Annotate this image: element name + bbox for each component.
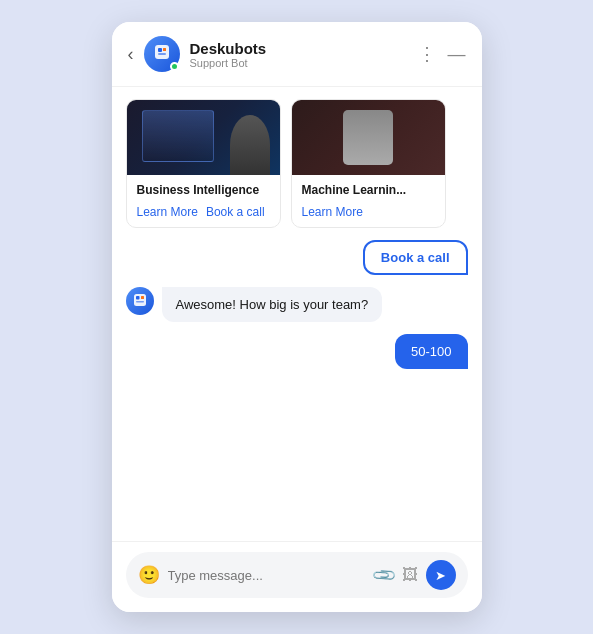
user-message-book-call: Book a call [126, 240, 468, 275]
bot-avatar [144, 36, 180, 72]
card-bi: Business Intelligence Learn More Book a … [126, 99, 281, 228]
card-bi-title: Business Intelligence [137, 183, 270, 197]
svg-rect-4 [134, 294, 146, 306]
minimize-button[interactable]: — [448, 44, 466, 65]
svg-rect-7 [136, 301, 144, 303]
bot-subtitle: Support Bot [190, 57, 418, 69]
card-bi-book-call[interactable]: Book a call [206, 205, 265, 219]
messages-area: Business Intelligence Learn More Book a … [112, 87, 482, 541]
send-icon: ➤ [435, 568, 446, 583]
card-ml: Machine Learnin... Learn More [291, 99, 446, 228]
bot-bubble-team-size: Awesome! How big is your team? [162, 287, 383, 322]
input-area: 🙂 📎 🖼 ➤ [112, 541, 482, 612]
card-ml-image [292, 100, 445, 175]
bot-message-avatar [126, 287, 154, 315]
product-cards: Business Intelligence Learn More Book a … [126, 99, 468, 228]
user-message-team-count: 50-100 [126, 334, 468, 369]
card-bi-learn-more[interactable]: Learn More [137, 205, 198, 219]
back-button[interactable]: ‹ [128, 44, 134, 65]
online-indicator [170, 62, 179, 71]
send-button[interactable]: ➤ [426, 560, 456, 590]
attach-button[interactable]: 📎 [370, 561, 398, 589]
image-button[interactable]: 🖼 [402, 566, 418, 584]
bot-message-team-size: Awesome! How big is your team? [126, 287, 468, 322]
bot-name: Deskubots [190, 40, 418, 57]
bot-message-avatar-icon [132, 292, 148, 311]
card-ml-body: Machine Learnin... Learn More [292, 175, 445, 227]
bi-person-silhouette [230, 115, 270, 175]
book-call-button[interactable]: Book a call [363, 240, 468, 275]
card-bi-actions: Learn More Book a call [137, 205, 270, 219]
emoji-button[interactable]: 🙂 [138, 564, 160, 586]
team-count-bubble: 50-100 [395, 334, 467, 369]
card-ml-learn-more[interactable]: Learn More [302, 205, 363, 219]
ml-robot-shape [343, 110, 393, 165]
card-ml-actions: Learn More [302, 205, 435, 219]
bot-avatar-icon [152, 42, 172, 66]
input-row: 🙂 📎 🖼 ➤ [126, 552, 468, 598]
card-ml-title: Machine Learnin... [302, 183, 435, 197]
more-options-button[interactable]: ⋮ [418, 43, 436, 65]
svg-rect-1 [158, 48, 162, 52]
card-bi-image [127, 100, 280, 175]
svg-rect-3 [158, 53, 166, 55]
card-bi-body: Business Intelligence Learn More Book a … [127, 175, 280, 227]
chat-header: ‹ Deskubots Support Bot ⋮ — [112, 22, 482, 87]
chat-window: ‹ Deskubots Support Bot ⋮ — [112, 22, 482, 612]
header-info: Deskubots Support Bot [190, 40, 418, 69]
svg-rect-0 [155, 45, 169, 59]
svg-rect-5 [136, 296, 140, 300]
message-input[interactable] [168, 568, 366, 583]
svg-rect-6 [141, 296, 144, 299]
svg-rect-2 [163, 48, 166, 51]
header-actions: ⋮ — [418, 43, 466, 65]
